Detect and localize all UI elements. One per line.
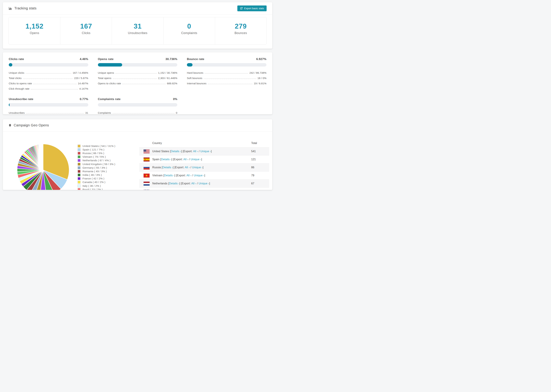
campaign-geo-opens-title-text: Campaign Geo Opens	[14, 123, 49, 127]
rate-detail-row: Hard bounces242 / 86.738%	[187, 70, 266, 75]
geo-row-text: Vietnam [Details ›] [Export: All › / Uni…	[152, 174, 205, 177]
export-all-link[interactable]: All ›	[186, 174, 191, 177]
rate-detail-label: Unique clicks	[9, 71, 24, 74]
export-all-link[interactable]: All ›	[193, 150, 198, 153]
rate-detail-label: Click through rate	[9, 87, 29, 90]
export-unique-link[interactable]: Unique ›	[191, 158, 201, 161]
dotted-leader	[205, 73, 248, 74]
dotted-leader	[26, 73, 71, 74]
rate-detail-rows: Unique clicks167 / 4.456%Total clicks220…	[9, 70, 88, 91]
rate-title: Opens rate	[98, 57, 114, 61]
summary-cards: 1,152Opens167Clicks31Unsubscribes0Compla…	[8, 17, 267, 44]
bracket-text: ]	[201, 158, 202, 161]
bracket-text: ] [Export:	[179, 182, 191, 185]
geo-table-row: United Kingdom [Details ›] [Export: All …	[139, 188, 269, 190]
summary-card-value: 167	[60, 22, 112, 30]
geo-row-country-cell: Vietnam [Details ›] [Export: All › / Uni…	[139, 174, 251, 177]
details-link[interactable]: Details ›	[171, 150, 181, 153]
export-all-link[interactable]: All ›	[185, 166, 190, 169]
export-unique-link[interactable]: Unique ›	[199, 182, 209, 185]
rate-detail-row: Click through rate4.147%	[9, 86, 88, 91]
bracket-text: ]	[209, 182, 210, 185]
details-link[interactable]: Details ›	[169, 182, 179, 185]
rate-block: Bounce rate6.927%Hard bounces242 / 86.73…	[187, 57, 266, 91]
rate-detail-label: Total opens	[98, 77, 111, 79]
geo-row-total: 67	[251, 182, 269, 185]
details-link[interactable]: Details ›	[162, 166, 173, 169]
rate-block-header: Complaints rate0%	[98, 98, 177, 101]
rate-block: Complaints rate0%Complaints0	[98, 98, 177, 115]
rate-detail-row: Unique opens1,152 / 30.736%	[98, 70, 177, 75]
summary-card-value: 31	[112, 22, 163, 30]
geo-row-country-cell: United States [Details ›] [Export: All ›…	[139, 149, 251, 154]
rate-progress-fill	[187, 63, 192, 67]
rate-detail-row: Complaints0	[98, 110, 177, 115]
rate-detail-value: 167 / 4.456%	[73, 71, 88, 74]
geo-row-country-cell: Spain [Details ›] [Export: All › / Uniqu…	[139, 158, 251, 161]
legend-item: Canada ( 40 / 2% )	[78, 181, 115, 184]
summary-card-label: Bounces	[215, 31, 266, 35]
geo-opens-table: Country Total United States [Details ›] …	[139, 139, 269, 190]
geo-row-country-cell: Netherlands [Details ›] [Export: All › /…	[139, 182, 251, 186]
geo-table-row: Vietnam [Details ›] [Export: All › / Uni…	[139, 172, 269, 179]
rate-detail-value: 4.147%	[79, 87, 88, 90]
details-link[interactable]: Details ›	[164, 174, 174, 177]
legend-label: Germany ( 55 / 3% )	[83, 166, 107, 169]
rate-progress-track	[187, 63, 266, 67]
flag-spain-icon	[144, 158, 149, 161]
rate-progress-track	[9, 63, 88, 67]
rate-progress-track	[98, 103, 177, 106]
legend-swatch	[78, 188, 81, 190]
export-all-link[interactable]: All ›	[184, 158, 188, 161]
rate-detail-row: Unique clicks167 / 4.456%	[9, 70, 88, 75]
dotted-leader	[122, 84, 165, 84]
summary-card-value: 1,152	[9, 22, 60, 30]
pie-slice	[43, 144, 43, 170]
rate-detail-value: 242 / 86.738%	[249, 71, 266, 74]
rate-detail-label: Total clicks	[9, 77, 21, 79]
legend-item: Netherlands ( 67 / 4% )	[78, 159, 115, 162]
legend-item: India ( 46 / 3% )	[78, 173, 115, 177]
rate-title: Bounce rate	[187, 57, 204, 61]
rate-detail-rows: Complaints0	[98, 110, 177, 115]
rate-block: Unsubscribe rate0.77%Unsubscribes31	[9, 98, 88, 115]
geo-row-text: Russia [Details ›] [Export: All › / Uniq…	[152, 166, 204, 169]
dotted-leader	[115, 73, 157, 74]
export-basic-stats-button[interactable]: Export basic stats	[237, 6, 267, 11]
rate-detail-label: Complaints	[98, 111, 111, 114]
export-unique-link[interactable]: Unique ›	[200, 150, 211, 153]
total-column-header: Total	[251, 142, 269, 145]
rate-detail-row: Opens to clicks rate689.82%	[98, 81, 177, 86]
legend-label: India ( 46 / 3% )	[83, 173, 102, 176]
export-unique-link[interactable]: Unique ›	[194, 174, 204, 177]
legend-item: Germany ( 55 / 3% )	[78, 166, 115, 169]
dotted-leader	[208, 84, 252, 84]
legend-label: Italy ( 36 / 2% )	[83, 184, 101, 188]
tracking-stats-title: Tracking stats	[8, 6, 36, 10]
bracket-text: ]	[203, 166, 204, 169]
legend-label: Brazil ( 33 / 2% )	[83, 188, 103, 190]
rate-detail-rows: Unique opens1,152 / 30.736%Total opens2,…	[98, 70, 177, 86]
legend-swatch	[78, 177, 81, 180]
geo-row-country-cell: Russia [Details ›] [Export: All › / Uniq…	[139, 166, 251, 169]
rate-detail-value: 689.82%	[167, 82, 177, 85]
rate-block-header: Bounce rate6.927%	[187, 57, 266, 61]
legend-swatch	[78, 173, 81, 176]
bracket-text: ] [Export:	[173, 166, 185, 169]
flag-russia-icon	[144, 166, 149, 169]
rate-detail-label: Opens to clicks rate	[98, 82, 121, 85]
export-unique-link[interactable]: Unique ›	[192, 166, 203, 169]
dotted-leader	[23, 78, 73, 79]
summary-card-value: 0	[164, 22, 215, 30]
legend-label: Canada ( 40 / 2% )	[83, 181, 106, 184]
rate-progress-fill	[9, 63, 12, 67]
geo-row-total: 79	[251, 174, 269, 177]
bar-chart-icon	[8, 7, 12, 10]
export-all-link[interactable]: All ›	[191, 182, 196, 185]
details-link[interactable]: Details ›	[161, 158, 171, 161]
export-arrow-icon	[240, 7, 243, 10]
legend-label: Spain ( 121 / 7% )	[83, 148, 104, 151]
rate-detail-value: 19 / 6.81%	[254, 82, 266, 85]
bracket-text: ]	[211, 150, 212, 153]
rate-block: Opens rate30.736%Unique opens1,152 / 30.…	[98, 57, 177, 91]
